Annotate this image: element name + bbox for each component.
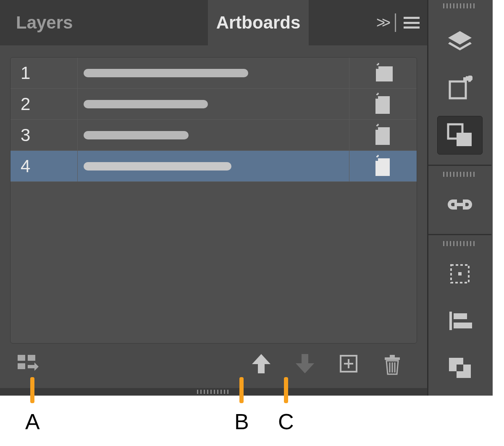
artboard-orientation-cell[interactable]: [349, 120, 417, 150]
svg-rect-14: [454, 203, 465, 206]
asset-export-icon: [447, 76, 472, 101]
new-artboard-button[interactable]: [338, 354, 359, 375]
dock-artboards-button[interactable]: [437, 116, 483, 155]
links-icon: [444, 196, 475, 213]
artboard-name-cell[interactable]: [78, 58, 349, 88]
tab-artboards[interactable]: Artboards: [208, 0, 309, 45]
orientation-icon: [373, 93, 393, 115]
dock-pathfinder-button[interactable]: [437, 349, 483, 387]
panel-tab-bar: Layers Artboards >>: [0, 0, 427, 45]
artboard-name-placeholder: [84, 100, 208, 108]
move-up-button[interactable]: [251, 354, 272, 375]
artboard-row[interactable]: 2: [10, 89, 417, 120]
pathfinder-icon: [447, 356, 472, 380]
artboard-list: 1 2: [10, 57, 417, 344]
artboard-name-cell[interactable]: [78, 89, 349, 119]
align-icon: [448, 310, 472, 332]
svg-rect-11: [450, 81, 466, 98]
svg-rect-16: [458, 272, 462, 275]
orientation-icon: [372, 63, 394, 83]
svg-rect-17: [449, 312, 452, 330]
artboard-row[interactable]: 4: [10, 151, 417, 182]
svg-rect-19: [454, 323, 472, 328]
panel-menu-icon[interactable]: [404, 17, 420, 29]
arrow-down-icon: [296, 354, 314, 375]
rearrange-icon: [16, 353, 39, 376]
trash-icon: [383, 354, 402, 375]
callout-label-b: B: [234, 409, 249, 434]
orientation-icon: [373, 124, 393, 147]
divider: [395, 13, 396, 32]
artboards-icon: [446, 123, 473, 148]
artboard-row[interactable]: 3: [10, 120, 417, 151]
delete-artboard-button[interactable]: [382, 354, 403, 375]
new-icon: [340, 355, 357, 374]
rearrange-all-button[interactable]: [17, 354, 38, 375]
artboard-row[interactable]: 1: [10, 58, 417, 89]
artboard-name-placeholder: [84, 162, 231, 171]
artboard-name-placeholder: [84, 131, 189, 139]
callout-line: [30, 377, 34, 403]
dock-panel: [428, 0, 491, 396]
collapse-panel-icon[interactable]: >>: [376, 14, 387, 31]
callout-label-c: C: [278, 409, 294, 434]
dock-grip-icon[interactable]: [443, 3, 477, 8]
svg-rect-2: [18, 363, 25, 369]
artboard-name-cell[interactable]: [78, 151, 349, 181]
svg-rect-7: [390, 355, 395, 357]
orientation-icon: [373, 155, 393, 178]
callout-line: [284, 377, 288, 403]
callout-label-a: A: [25, 409, 40, 434]
artboard-name-cell[interactable]: [78, 120, 349, 150]
annotation-callouts: A B C: [0, 377, 428, 436]
artboard-number: 1: [10, 58, 78, 88]
layers-icon: [446, 29, 473, 53]
svg-rect-6: [385, 357, 400, 360]
svg-rect-1: [28, 355, 35, 361]
tab-layers[interactable]: Layers: [0, 0, 86, 45]
artboard-orientation-cell[interactable]: [349, 58, 417, 88]
arrow-up-icon: [252, 354, 270, 375]
dock-asset-export-button[interactable]: [437, 69, 483, 108]
artboard-number: 3: [10, 120, 78, 150]
artboard-number: 4: [10, 151, 78, 181]
artboard-orientation-cell[interactable]: [349, 89, 417, 119]
artboard-number: 2: [10, 89, 78, 119]
svg-rect-13: [457, 133, 472, 146]
transform-icon: [448, 262, 472, 286]
artboard-name-placeholder: [84, 69, 248, 77]
artboard-orientation-cell[interactable]: [349, 151, 417, 181]
move-down-button[interactable]: [294, 354, 315, 375]
dock-align-button[interactable]: [437, 302, 483, 340]
callout-line: [239, 377, 244, 403]
svg-rect-0: [18, 355, 25, 361]
dock-links-button[interactable]: [437, 185, 483, 224]
artboards-panel-body: 1 2: [0, 45, 427, 388]
dock-grip-icon[interactable]: [443, 172, 477, 177]
dock-grip-icon[interactable]: [443, 241, 477, 246]
dock-layers-button[interactable]: [437, 22, 483, 60]
svg-rect-22: [457, 365, 463, 371]
dock-transform-button[interactable]: [437, 254, 483, 293]
svg-rect-18: [454, 313, 467, 319]
